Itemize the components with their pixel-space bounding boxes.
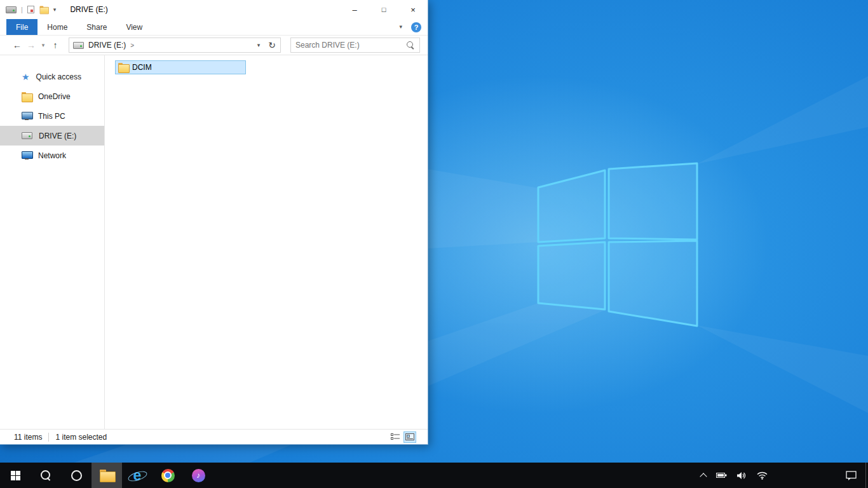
taskbar: e ♪ [0, 463, 868, 488]
tab-file[interactable]: File [6, 19, 37, 35]
forward-button[interactable]: → [24, 40, 38, 50]
volume-icon[interactable] [737, 471, 747, 480]
help-icon[interactable]: ? [411, 22, 421, 32]
qat-customize-chevron-icon[interactable]: ▾ [53, 7, 57, 13]
details-view-button[interactable] [389, 431, 402, 443]
file-list-area[interactable]: DCIM [105, 55, 428, 429]
ribbon-tabs: File Home Share View ▾ ? [0, 19, 428, 36]
breadcrumb-separator[interactable]: > [130, 42, 134, 49]
show-desktop-button[interactable] [865, 463, 868, 488]
desktop: { "colors": { "accent_file_tab": "#2472c… [0, 0, 868, 488]
ribbon-right-controls: ▾ ? [399, 19, 421, 35]
taskbar-search-icon [41, 470, 51, 481]
sidebar-item-onedrive[interactable]: OneDrive [0, 86, 104, 106]
selected-count: 1 item selected [55, 433, 107, 442]
itunes-button[interactable]: ♪ [183, 463, 214, 488]
details-view-icon [391, 433, 400, 440]
chrome-button[interactable] [153, 463, 183, 488]
sidebar-item-label: DRIVE (E:) [39, 132, 76, 140]
sidebar-item-quick-access[interactable]: ★ Quick access [0, 67, 104, 86]
refresh-icon[interactable]: ↻ [265, 38, 279, 52]
tab-view[interactable]: View [116, 19, 152, 35]
status-divider [48, 433, 49, 442]
system-tray [701, 463, 768, 488]
quick-access-toolbar: | ▾ [0, 5, 56, 14]
taskbar-file-explorer-button[interactable] [92, 463, 122, 488]
properties-icon[interactable] [27, 6, 34, 13]
onedrive-icon [22, 92, 32, 101]
large-icons-view-button[interactable] [403, 431, 416, 443]
maximize-icon: □ [382, 6, 386, 13]
sidebar-item-label: OneDrive [38, 92, 71, 101]
search-input[interactable] [295, 41, 407, 50]
wifi-icon[interactable] [757, 471, 768, 480]
window-drive-icon [6, 6, 17, 13]
cortana-icon [71, 470, 82, 481]
address-drive-icon [73, 42, 84, 49]
view-toggles [389, 431, 421, 443]
search-box[interactable] [290, 37, 420, 53]
address-bar[interactable]: DRIVE (E:) > ▾ ↻ [69, 37, 281, 53]
hidden-icons-chevron-icon[interactable] [700, 473, 707, 480]
file-item-dcim[interactable]: DCIM [115, 60, 246, 74]
titlebar[interactable]: | ▾ DRIVE (E:) – □ × [0, 0, 428, 19]
window-controls: – □ × [340, 0, 428, 19]
drive-icon [22, 132, 32, 139]
action-center-button[interactable] [836, 463, 865, 488]
sidebar-item-drive-e[interactable]: DRIVE (E:) [0, 126, 104, 146]
tab-share[interactable]: Share [77, 19, 116, 35]
network-icon [22, 151, 32, 159]
back-button[interactable]: ← [10, 40, 24, 50]
cortana-button[interactable] [61, 463, 92, 488]
sidebar-item-label: This PC [38, 112, 65, 121]
windows-logo [538, 163, 697, 326]
search-icon[interactable] [407, 41, 415, 50]
sidebar-item-label: Network [38, 151, 66, 160]
minimize-button[interactable]: – [340, 0, 369, 19]
file-explorer-window: | ▾ DRIVE (E:) – □ × File Home Share Vie… [0, 0, 428, 445]
this-pc-icon [22, 112, 32, 120]
sidebar-item-this-pc[interactable]: This PC [0, 106, 104, 126]
file-explorer-icon [100, 470, 114, 481]
taskbar-search-button[interactable] [31, 463, 61, 488]
sidebar-item-network[interactable]: Network [0, 146, 104, 165]
navigation-pane: ★ Quick access OneDrive This PC DRIVE (E… [0, 55, 105, 429]
quick-access-star-icon: ★ [22, 72, 30, 81]
file-item-label: DCIM [132, 63, 152, 72]
maximize-button[interactable]: □ [369, 0, 398, 19]
large-icons-view-icon [405, 433, 414, 440]
minimize-icon: – [352, 5, 356, 15]
sidebar-item-label: Quick access [36, 72, 81, 81]
qat-divider: | [21, 6, 23, 13]
new-folder-icon[interactable] [39, 6, 48, 13]
recent-locations-chevron-icon[interactable]: ▾ [38, 43, 48, 48]
windows-start-icon [11, 471, 20, 480]
address-dropdown-icon[interactable]: ▾ [252, 43, 265, 48]
expand-ribbon-icon[interactable]: ▾ [399, 24, 402, 30]
navigation-bar: ← → ▾ ↑ DRIVE (E:) > ▾ ↻ [0, 36, 428, 55]
start-button[interactable] [0, 463, 31, 488]
chrome-icon [161, 469, 175, 482]
breadcrumb[interactable]: DRIVE (E:) [88, 41, 126, 50]
items-count: 11 items [14, 433, 42, 442]
internet-explorer-button[interactable]: e [122, 463, 153, 488]
status-bar: 11 items 1 item selected [0, 429, 428, 444]
window-title: DRIVE (E:) [70, 5, 107, 14]
tab-home[interactable]: Home [37, 19, 77, 35]
up-button[interactable]: ↑ [48, 40, 62, 50]
explorer-content: ★ Quick access OneDrive This PC DRIVE (E… [0, 55, 428, 429]
action-center-icon [846, 471, 857, 480]
close-icon: × [410, 5, 416, 15]
battery-icon[interactable] [716, 471, 727, 479]
folder-icon [118, 63, 128, 72]
internet-explorer-icon: e [129, 467, 146, 484]
close-button[interactable]: × [398, 0, 428, 19]
itunes-icon: ♪ [192, 469, 205, 482]
